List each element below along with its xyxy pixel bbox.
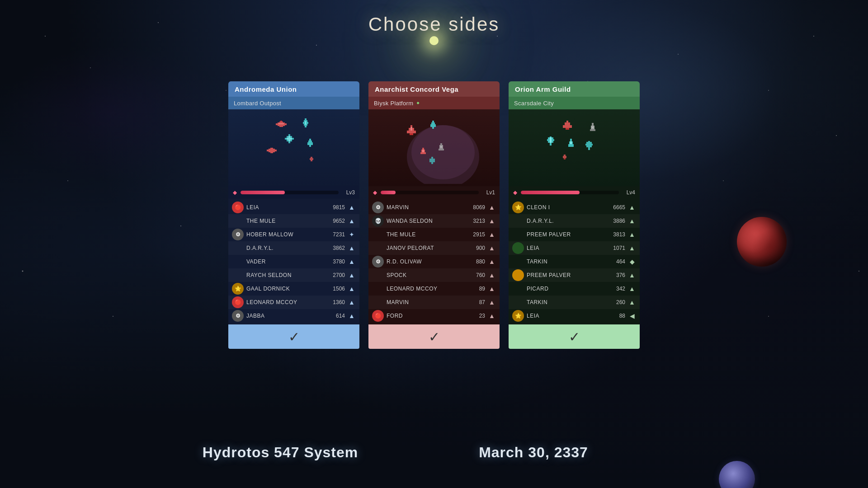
svg-rect-44 — [440, 146, 442, 148]
andromeda-level-bar: ◆ Lv3 — [228, 186, 359, 199]
ship-type-icon: ▲ — [488, 203, 496, 211]
orion-level-bar: ◆ Lv4 — [509, 186, 640, 199]
avatar: 🔴 — [372, 310, 384, 322]
player-name: R.D. OLIVAW — [387, 258, 466, 265]
svg-rect-38 — [431, 122, 435, 124]
player-row: LEONARD MCCOY 89 ▲ — [368, 282, 500, 296]
avatar-placeholder — [512, 215, 524, 227]
svg-rect-48 — [422, 150, 424, 152]
player-score: 6665 — [609, 204, 625, 211]
player-row: 💀 WANDA SELDON 3213 ▲ — [368, 214, 500, 228]
svg-rect-40 — [432, 127, 434, 129]
avatar: 🔴 — [232, 202, 244, 213]
player-row: PICARD 342 ▲ — [509, 282, 640, 296]
player-score: 464 — [609, 258, 625, 265]
anarchist-confirm-button[interactable]: ✓ — [368, 324, 500, 349]
player-name: LEIA — [246, 204, 326, 211]
player-score: 614 — [329, 313, 345, 319]
player-name: LEONARD MCCOY — [387, 286, 466, 292]
ship-type-icon: ▲ — [628, 285, 636, 293]
faction-card-andromeda[interactable]: Andromeda Union Lombard Outpost — [228, 81, 359, 349]
ship-type-icon: ▲ — [488, 271, 496, 279]
player-score: 1071 — [609, 245, 625, 251]
player-row: ⚙ HOBER MALLOW 7231 ✦ — [228, 228, 359, 241]
orion-location: Scarsdale City — [514, 100, 554, 107]
player-name: LEONARD MCCOY — [246, 299, 326, 305]
player-name: LEIA — [527, 245, 606, 251]
faction-card-anarchist[interactable]: Anarchist Concord Vega Biysk Platform ✦ — [368, 81, 500, 349]
avatar: 🔴 — [232, 296, 244, 308]
svg-rect-20 — [273, 149, 275, 152]
anarchist-player-list: ⚙ MARVIN 8069 ▲ 💀 WANDA SELDON 3213 ▲ TH… — [368, 199, 500, 324]
player-score: 880 — [469, 258, 485, 265]
player-row: PREEM PALVER 376 ▲ — [509, 268, 640, 282]
page-title: Choose sides — [368, 14, 500, 35]
svg-rect-14 — [308, 141, 312, 142]
svg-rect-53 — [563, 125, 572, 128]
anarchist-body: ◆ Lv1 ⚙ MARVIN 8069 ▲ 💀 WANDA SELDON 321… — [368, 109, 500, 324]
avatar-placeholder — [372, 229, 384, 240]
player-row: ⚙ MARVIN 8069 ▲ — [368, 201, 500, 214]
orion-faction-name: Orion Arm Guild — [515, 85, 571, 93]
orion-tab[interactable]: Orion Arm Guild — [509, 81, 640, 97]
player-row: ⚙ R.D. OLIVAW 880 ▲ — [368, 255, 500, 268]
andromeda-faction-name: Andromeda Union — [235, 85, 297, 93]
player-row: 🔴 FORD 23 ▲ — [368, 309, 500, 323]
system-label: Hydrotos 547 System — [203, 444, 358, 461]
avatar-placeholder — [232, 269, 244, 281]
player-name: D.A.R.Y.L. — [527, 218, 606, 224]
orion-body: ◆ Lv4 ⭐ CLEON I 6665 ▲ D.A.R.Y.L. 3886 ▲… — [509, 109, 640, 324]
ship-type-icon: ▲ — [348, 258, 356, 266]
orion-diamond-icon: ◆ — [513, 189, 517, 196]
svg-rect-18 — [269, 149, 270, 152]
player-name: VADER — [246, 258, 326, 265]
player-row: D.A.R.Y.L. 3886 ▲ — [509, 214, 640, 228]
player-row: RAYCH SELDON 2700 ▲ — [228, 268, 359, 282]
player-row: ⭐ GAAL DORNICK 1506 ▲ — [228, 282, 359, 296]
svg-rect-0 — [276, 123, 278, 125]
anarchist-level: Lv1 — [482, 189, 495, 196]
player-score: 89 — [469, 286, 485, 292]
avatar: ⭐ — [232, 283, 244, 295]
ship-type-icon: ▲ — [628, 217, 636, 225]
player-score: 900 — [469, 245, 485, 251]
player-name: THE MULE — [246, 218, 326, 224]
svg-rect-12 — [305, 121, 306, 125]
avatar-placeholder — [232, 242, 244, 254]
anarchist-checkmark: ✓ — [429, 329, 440, 345]
svg-rect-50 — [429, 159, 435, 162]
svg-rect-27 — [311, 157, 312, 158]
faction-card-orion[interactable]: Orion Arm Guild Scarsdale City — [509, 81, 640, 349]
player-name: MARVIN — [387, 299, 466, 305]
svg-rect-35 — [410, 133, 413, 135]
player-row: 🔴 LEIA 9815 ▲ — [228, 201, 359, 214]
svg-rect-69 — [586, 142, 592, 147]
player-row: ⚙ JABBA 614 ▲ — [228, 309, 359, 323]
ship-type-icon: ▲ — [628, 203, 636, 211]
orion-ship-area — [509, 109, 640, 186]
andromeda-tab[interactable]: Andromeda Union — [228, 81, 359, 97]
ship-type-icon: ▲ — [628, 244, 636, 252]
svg-rect-11 — [305, 126, 307, 127]
player-name: TARKIN — [527, 258, 606, 265]
svg-rect-19 — [270, 148, 273, 153]
avatar: ⚙ — [232, 229, 244, 240]
player-score: 87 — [469, 299, 485, 305]
svg-rect-51 — [566, 121, 568, 122]
andromeda-confirm-button[interactable]: ✓ — [228, 324, 359, 349]
ship-type-icon: ▲ — [488, 217, 496, 225]
avatar — [512, 269, 524, 281]
svg-rect-39 — [430, 124, 436, 127]
player-row: SPOCK 760 ▲ — [368, 268, 500, 282]
svg-rect-47 — [420, 152, 426, 154]
player-row: JANOV PELORAT 900 ▲ — [368, 241, 500, 255]
anarchist-indicator: ✦ — [416, 100, 420, 106]
anarchist-tab[interactable]: Anarchist Concord Vega — [368, 81, 500, 97]
date-label: March 30, 2337 — [479, 444, 588, 461]
orion-confirm-button[interactable]: ✓ — [509, 324, 640, 349]
player-score: 23 — [469, 313, 485, 319]
player-score: 760 — [469, 272, 485, 278]
player-name: PREEM PALVER — [527, 231, 606, 238]
andromeda-player-list: 🔴 LEIA 9815 ▲ THE MULE 9652 ▲ ⚙ HOBER MA… — [228, 199, 359, 324]
avatar-placeholder — [372, 283, 384, 295]
